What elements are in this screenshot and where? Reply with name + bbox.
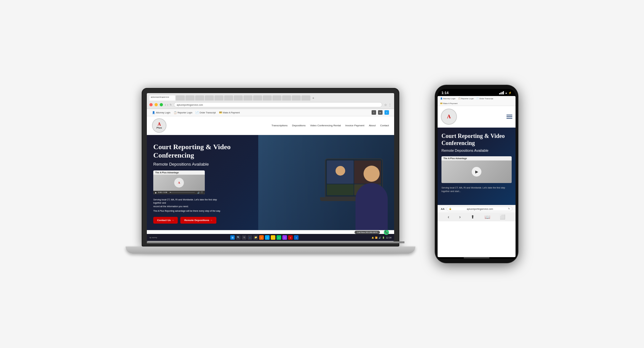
phone-play-button[interactable]: ▶ bbox=[472, 167, 481, 177]
hero-cta-buttons: Contact Us → Remote Depositions → bbox=[153, 217, 270, 224]
hero-description-3: The A Plus Reporting advantage will be t… bbox=[153, 209, 224, 213]
make-payment-link[interactable]: 💳 Make A Payment bbox=[219, 111, 240, 114]
phone-url-bar[interactable]: 🔒 aplusreportingservice.com ↻ bbox=[447, 207, 512, 211]
phone-bubble-icon[interactable]: 📞 bbox=[384, 230, 389, 235]
nav-contact[interactable]: Contact bbox=[380, 124, 389, 127]
phone-reporter-login[interactable]: 📋 Reporter Login bbox=[458, 97, 474, 100]
browser-tab[interactable] bbox=[185, 95, 194, 101]
browser-tab[interactable] bbox=[253, 95, 262, 101]
aa-button[interactable]: AA bbox=[441, 208, 445, 210]
app-icon-1[interactable]: ● bbox=[259, 235, 264, 240]
task-view-icon[interactable]: ⧉ bbox=[242, 235, 246, 240]
browser-tab[interactable] bbox=[292, 95, 301, 101]
contact-us-button[interactable]: Contact Us → bbox=[153, 217, 178, 224]
attorney-login-link[interactable]: 👤 Attorney Login bbox=[152, 111, 170, 114]
address-text: aplusreportingservice.com bbox=[177, 104, 203, 106]
browser-tab[interactable] bbox=[224, 95, 233, 101]
video-time: 0:00 / 0:36 bbox=[158, 191, 167, 193]
hero-subtitle: Remote Depositions Available bbox=[153, 162, 270, 167]
nav-depositions[interactable]: Depositions bbox=[292, 124, 306, 127]
phone-screen: 👤 Attorney Login 📋 Reporter Login 📄 Orde… bbox=[438, 96, 516, 257]
social-icon-3[interactable]: t bbox=[384, 110, 389, 115]
progress-bar[interactable] bbox=[170, 192, 195, 193]
hero-description-1: Serving local CT, MA, RI and Worldwide. … bbox=[153, 198, 224, 205]
browser-tab[interactable]: aplusreportingservice bbox=[149, 95, 175, 101]
fullscreen-icon[interactable]: ⛶ bbox=[201, 191, 203, 193]
app-icon-2[interactable]: ● bbox=[265, 235, 270, 240]
app-icon-6[interactable]: ● bbox=[288, 235, 293, 240]
edge-icon[interactable]: e bbox=[248, 235, 252, 240]
nav-video-conf[interactable]: Video Conferencing Rental bbox=[310, 124, 341, 127]
app-icon-5[interactable]: ● bbox=[282, 235, 287, 240]
browser-tab[interactable] bbox=[272, 95, 281, 101]
phone-tabs-button[interactable]: ⬜ bbox=[500, 214, 505, 219]
clipboard-icon: 📋 bbox=[174, 111, 177, 114]
video-preview: A bbox=[153, 175, 205, 191]
phone-device: 1:14 ▲ ⚡ 👤 Attorney Login bbox=[435, 85, 518, 263]
phone-forward-button[interactable]: › bbox=[459, 214, 461, 219]
nav-invoice[interactable]: Invoice Payment bbox=[345, 124, 364, 127]
search-taskbar-icon[interactable]: 🔍 bbox=[236, 235, 241, 240]
maximize-button[interactable] bbox=[160, 103, 163, 106]
remote-depositions-button[interactable]: Remote Depositions → bbox=[180, 217, 216, 224]
browser-tab[interactable] bbox=[263, 95, 272, 101]
hero-content: Court Reporting & Video Conferencing Rem… bbox=[153, 143, 270, 224]
phone-bookmarks-button[interactable]: 📖 bbox=[485, 214, 490, 219]
site-logo[interactable]: A Plus bbox=[152, 118, 166, 133]
phone-back-button[interactable]: ‹ bbox=[448, 214, 449, 219]
browser-tab[interactable] bbox=[301, 95, 310, 101]
taskbar-apps: ⊞ 🔍 ⧉ e 📁 ● ● ● ● ● ● ● bbox=[230, 235, 298, 240]
browser-tab[interactable] bbox=[176, 95, 185, 101]
app-icon-3[interactable]: ● bbox=[271, 235, 275, 240]
menu-icon[interactable]: ⋮ bbox=[388, 103, 392, 107]
phone-video-content: ▶ bbox=[441, 160, 512, 183]
close-button[interactable] bbox=[149, 103, 153, 106]
browser-tab[interactable] bbox=[195, 95, 204, 101]
hero-section: Court Reporting & Video Conferencing Rem… bbox=[147, 135, 394, 230]
forward-button[interactable]: › bbox=[167, 103, 168, 107]
app-icon-4[interactable]: ● bbox=[277, 235, 281, 240]
phone-refresh-icon[interactable]: ↻ bbox=[508, 208, 510, 210]
explorer-icon[interactable]: 📁 bbox=[253, 235, 258, 240]
volume-taskbar-icon[interactable]: 🔊 bbox=[379, 237, 381, 239]
minimize-button[interactable] bbox=[155, 103, 158, 106]
phone-make-payment[interactable]: 💳 Make A Payment bbox=[440, 102, 458, 104]
video-controls[interactable]: ▶ 0:00 / 0:36 🔊 ⛶ bbox=[153, 191, 205, 194]
phone-attorney-login[interactable]: 👤 Attorney Login bbox=[440, 97, 456, 100]
new-tab-button[interactable]: + bbox=[312, 96, 314, 100]
browser-tab[interactable] bbox=[205, 95, 214, 101]
call-now-button[interactable]: Call Now 203-269-9976 bbox=[355, 231, 380, 234]
wifi-taskbar-icon[interactable]: 📶 bbox=[375, 237, 377, 239]
app-icon-7[interactable]: ● bbox=[294, 235, 298, 240]
play-icon[interactable]: ▶ bbox=[155, 191, 157, 194]
phone-order-transcript[interactable]: 📄 Order Transcript bbox=[476, 97, 493, 100]
windows-start-icon[interactable]: ⊞ bbox=[230, 235, 235, 240]
phone-status-icons: ▲ ⚡ bbox=[499, 91, 512, 94]
address-bar[interactable]: aplusreportingservice.com bbox=[174, 102, 382, 107]
browser-tab[interactable] bbox=[214, 95, 223, 101]
browser-tab[interactable] bbox=[243, 95, 252, 101]
phone-browser-nav: ‹ › ⬆ 📖 ⬜ bbox=[438, 212, 516, 221]
hero-video-thumbnail[interactable]: The A Plus Advantage A ▶ 0:00 / 0:36 bbox=[153, 170, 205, 194]
notification-icon[interactable]: 🔔 bbox=[372, 237, 374, 239]
hero-description-block: Serving local CT, MA, RI and Worldwide. … bbox=[153, 198, 270, 213]
battery-taskbar-icon[interactable]: 🔋 bbox=[382, 237, 384, 239]
laptop-base bbox=[126, 247, 415, 254]
hero-title: Court Reporting & Video Conferencing bbox=[153, 143, 270, 160]
refresh-button[interactable]: ↻ bbox=[170, 103, 172, 106]
hamburger-menu-button[interactable] bbox=[507, 115, 512, 119]
back-button[interactable]: ‹ bbox=[165, 103, 166, 107]
nav-about[interactable]: About bbox=[369, 124, 376, 127]
order-transcript-link[interactable]: 📄 Order Transcript bbox=[195, 111, 216, 114]
nav-transcriptions[interactable]: Transcriptions bbox=[271, 124, 288, 127]
facebook-icon[interactable]: f bbox=[372, 110, 376, 115]
phone-share-button[interactable]: ⬆ bbox=[471, 214, 475, 219]
phone-video-thumbnail[interactable]: The A Plus Advantage ▶ bbox=[441, 156, 512, 183]
reporter-login-link[interactable]: 📋 Reporter Login bbox=[174, 111, 192, 114]
bookmarks-icon[interactable]: ☆ bbox=[384, 103, 387, 107]
browser-tab[interactable] bbox=[234, 95, 243, 101]
linkedin-icon[interactable]: in bbox=[378, 110, 383, 115]
phone-logo[interactable]: A bbox=[441, 109, 457, 125]
browser-tab[interactable] bbox=[282, 95, 291, 101]
volume-icon[interactable]: 🔊 bbox=[197, 191, 200, 194]
